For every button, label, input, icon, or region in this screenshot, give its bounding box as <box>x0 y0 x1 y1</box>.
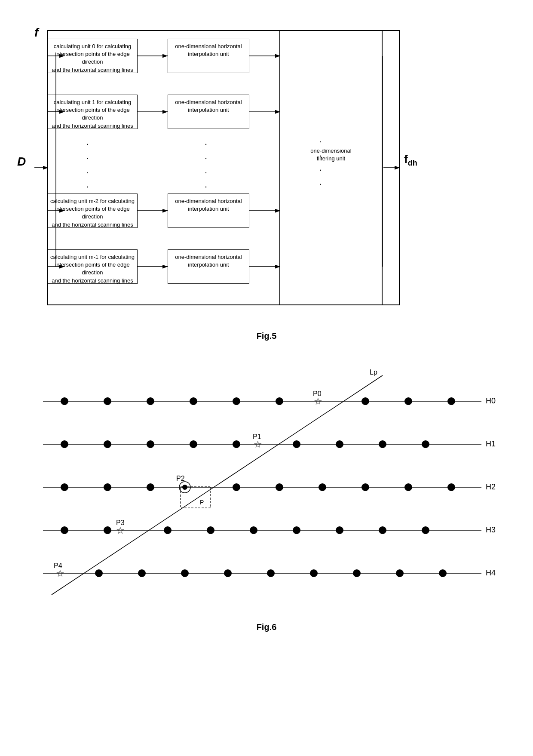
interp-box-m2: one-dimensional horizontalinterpolation … <box>168 194 249 228</box>
dot-h3-8 <box>336 526 343 534</box>
dot-h1-2 <box>104 440 111 448</box>
dot-h4-7 <box>310 569 318 577</box>
p1-label: P1 <box>253 433 261 440</box>
fig5-diagram: D calculating unit 0 for calculatinginte… <box>30 26 503 318</box>
calc-box-0: calculating unit 0 for calculatinginters… <box>47 39 138 73</box>
p2-label: P2 <box>176 475 185 482</box>
fdh-sub: dh <box>408 159 417 167</box>
fdh-f: f <box>404 153 408 166</box>
dot-h3-5 <box>207 526 214 534</box>
dot-h2-3 <box>147 483 154 491</box>
dot-h2-2 <box>104 483 111 491</box>
dot-h1-3 <box>147 440 154 448</box>
dot-h0-5 <box>233 397 240 405</box>
dot-h1-1 <box>61 440 68 448</box>
dot-h1-7 <box>293 440 300 448</box>
dot-h1-5 <box>233 440 240 448</box>
dots-interp: ···· <box>205 137 207 194</box>
filter-box: one-dimensionalfiltering unit <box>280 147 382 163</box>
dot-h3-9 <box>379 526 386 534</box>
dot-h0-10 <box>447 397 455 405</box>
dot-h1-4 <box>190 440 197 448</box>
dot-h0-1 <box>61 397 68 405</box>
fig6-caption: Fig.6 <box>30 622 503 632</box>
lp-label: Lp <box>370 369 377 376</box>
dot-h2-1 <box>61 483 68 491</box>
fig5-caption: Fig.5 <box>30 331 503 341</box>
h2-label: H2 <box>486 482 496 491</box>
h4-label: H4 <box>486 569 496 577</box>
p1-star: ☆ <box>254 439 262 450</box>
p4-star: ☆ <box>56 568 64 579</box>
fig5-container: f D calculating unit 0 for calculatingin… <box>30 26 503 341</box>
page: f D calculating unit 0 for calculatingin… <box>0 0 533 649</box>
dot-h4-9 <box>396 569 404 577</box>
p4-label: P4 <box>54 562 62 569</box>
dot-h1-8 <box>336 440 343 448</box>
fig6-wrapper: H0 H1 H2 H3 H4 Lp ☆ P0 <box>30 367 503 632</box>
dot-h0-9 <box>404 397 412 405</box>
dot-h0-8 <box>361 397 369 405</box>
dot-h4-5 <box>224 569 232 577</box>
dot-h3-2 <box>104 526 111 534</box>
calc-box-m1: calculating unit m-1 for calculatinginte… <box>47 249 138 284</box>
dot-h0-4 <box>190 397 197 405</box>
dot-h4-8 <box>353 569 361 577</box>
p3-label: P3 <box>116 519 125 526</box>
dot-h2-9 <box>404 483 412 491</box>
interp-box-1: one-dimensional horizontalinterpolation … <box>168 95 249 129</box>
dot-h3-1 <box>61 526 68 534</box>
dots-calc: ···· <box>86 137 89 194</box>
p2-inner <box>182 485 187 490</box>
dot-h2-5 <box>233 483 240 491</box>
dot-h4-3 <box>138 569 146 577</box>
fdh-label: fdh <box>404 153 417 168</box>
calc-box-1: calculating unit 1 for calculatinginters… <box>47 95 138 129</box>
dot-h4-6 <box>267 569 275 577</box>
dot-h4-4 <box>181 569 189 577</box>
dot-h0-6 <box>276 397 283 405</box>
d-label: D <box>17 155 26 169</box>
right-outer-box: ···· one-dimensionalfiltering unit <box>279 30 383 305</box>
dot-h1-9 <box>379 440 386 448</box>
dot-h0-3 <box>147 397 154 405</box>
dot-h4-10 <box>439 569 447 577</box>
dot-h2-10 <box>447 483 455 491</box>
dot-h4-2 <box>95 569 103 577</box>
dot-h3-4 <box>164 526 172 534</box>
h0-label: H0 <box>486 396 496 405</box>
p-label: P <box>200 499 204 506</box>
p0-star: ☆ <box>314 396 322 407</box>
h3-label: H3 <box>486 526 496 534</box>
dot-h3-6 <box>250 526 257 534</box>
h1-label: H1 <box>486 439 496 448</box>
p0-label: P0 <box>313 390 322 397</box>
calc-box-m2: calculating unit m-2 for calculatinginte… <box>47 194 138 228</box>
p3-star: ☆ <box>116 525 125 536</box>
svg-line-25 <box>52 375 383 595</box>
dot-h3-10 <box>422 526 429 534</box>
dot-h2-6 <box>276 483 283 491</box>
dot-h0-2 <box>104 397 111 405</box>
fig6-svg: H0 H1 H2 H3 H4 Lp ☆ P0 <box>30 367 503 616</box>
interp-box-m1: one-dimensional horizontalinterpolation … <box>168 249 249 284</box>
dot-h1-10 <box>422 440 429 448</box>
dot-h2-8 <box>361 483 369 491</box>
dot-h3-7 <box>293 526 300 534</box>
dot-h2-7 <box>319 483 326 491</box>
interp-box-0: one-dimensional horizontalinterpolation … <box>168 39 249 73</box>
